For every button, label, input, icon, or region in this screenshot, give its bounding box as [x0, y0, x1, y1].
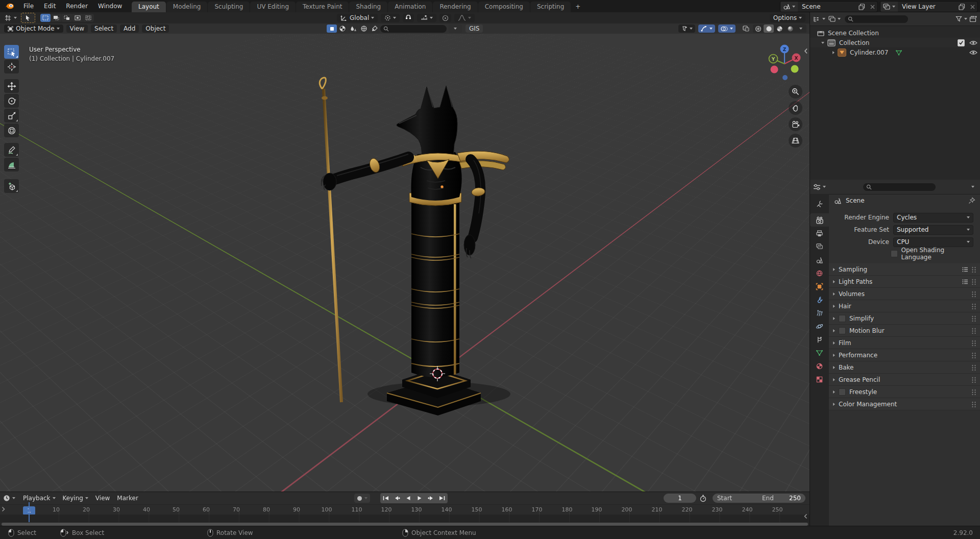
tab-texture[interactable]	[810, 373, 829, 386]
tool-transform[interactable]	[4, 124, 19, 137]
snap-target-dropdown[interactable]	[417, 14, 436, 22]
view-layer-selector[interactable]: View Layer	[880, 1, 978, 12]
drag-handle[interactable]	[971, 290, 976, 297]
pan-hand-icon[interactable]	[789, 101, 802, 115]
tab-object[interactable]	[810, 280, 829, 293]
shading-solid-icon[interactable]	[764, 24, 774, 33]
outliner-row-scene-collection[interactable]: Scene Collection	[810, 28, 980, 38]
tab-tool[interactable]	[810, 197, 829, 210]
drag-handle[interactable]	[971, 266, 976, 273]
brush-icon[interactable]	[370, 24, 380, 33]
tool-cursor[interactable]	[4, 60, 19, 74]
shading-wireframe-icon[interactable]	[753, 24, 763, 33]
tab-output[interactable]	[810, 227, 829, 240]
proportional-falloff-dropdown[interactable]	[454, 14, 475, 22]
drag-handle[interactable]	[971, 376, 976, 383]
orthographic-toggle-icon[interactable]	[789, 134, 802, 148]
view-menu[interactable]: View	[66, 24, 88, 33]
pivot-point-dropdown[interactable]	[381, 14, 400, 22]
drag-handle[interactable]	[971, 315, 976, 322]
tab-animation[interactable]: Animation	[388, 2, 432, 12]
end-frame-field[interactable]: End250	[757, 494, 805, 503]
tab-constraints[interactable]	[810, 333, 829, 346]
collection-expand-icon[interactable]	[821, 42, 824, 44]
new-scene-icon[interactable]	[856, 2, 868, 12]
tab-rendering[interactable]: Rendering	[433, 2, 477, 12]
presets-icon[interactable]	[962, 266, 968, 273]
tab-physics[interactable]	[810, 320, 829, 333]
close-scene-icon[interactable]	[868, 2, 877, 12]
select-mode-subtract-icon[interactable]	[62, 14, 72, 22]
collection-checkbox[interactable]	[958, 39, 965, 46]
tab-uv-editing[interactable]: UV Editing	[250, 2, 296, 12]
play-reverse-button[interactable]	[403, 493, 414, 503]
menu-render[interactable]: Render	[61, 0, 93, 12]
outliner-search-input[interactable]	[845, 15, 908, 23]
object-eye-icon[interactable]	[969, 50, 977, 55]
object-expand-icon[interactable]	[832, 51, 835, 54]
object-menu[interactable]: Object	[142, 24, 169, 33]
keying-menu[interactable]: Keying	[59, 494, 92, 503]
outliner-display-mode-dropdown[interactable]	[813, 16, 825, 22]
panel-motion-blur[interactable]: Motion Blur	[829, 325, 980, 337]
next-keyframe-button[interactable]	[425, 493, 436, 503]
timeline-ruler[interactable]: 10 20 30 40 50 60 70 80 90 100 110 120 1…	[0, 504, 810, 515]
menu-edit[interactable]: Edit	[39, 0, 61, 12]
view-layer-icon[interactable]	[880, 2, 898, 12]
menu-window[interactable]: Window	[93, 0, 127, 12]
collection-eye-icon[interactable]	[969, 40, 977, 45]
properties-options-dropdown[interactable]	[971, 186, 974, 188]
panel-freestyle[interactable]: Freestyle	[829, 386, 980, 398]
drag-handle[interactable]	[971, 364, 976, 371]
zoom-icon[interactable]	[789, 85, 802, 99]
tool-select-box[interactable]	[4, 45, 19, 59]
drag-handle[interactable]	[971, 278, 976, 285]
tab-modeling[interactable]: Modeling	[166, 2, 208, 12]
tab-texture-paint[interactable]: Texture Paint	[296, 2, 349, 12]
tab-world[interactable]	[810, 266, 829, 280]
jump-to-start-button[interactable]	[380, 493, 391, 503]
snap-toggle-icon[interactable]	[403, 14, 414, 22]
properties-search-input[interactable]	[863, 183, 936, 191]
camera-view-icon[interactable]	[789, 117, 802, 131]
select-mode-new-icon[interactable]	[40, 14, 51, 22]
panel-grease-pencil[interactable]: Grease Pencil	[829, 374, 980, 386]
view-layer-name[interactable]: View Layer	[898, 3, 956, 10]
panel-light-paths[interactable]: Light Paths	[829, 276, 980, 288]
globe-icon[interactable]	[359, 24, 369, 33]
tab-view-layer[interactable]	[810, 240, 829, 253]
new-collection-button[interactable]	[969, 15, 977, 22]
pin-icon[interactable]	[968, 197, 975, 204]
panel-film[interactable]: Film	[829, 337, 980, 349]
breadcrumb-label[interactable]: Scene	[846, 197, 865, 204]
simplify-checkbox[interactable]	[839, 315, 846, 322]
panel-simplify[interactable]: Simplify	[829, 312, 980, 325]
drag-handle[interactable]	[971, 388, 976, 395]
gizmo-neg-axis-2[interactable]	[791, 65, 799, 73]
outliner-filter-icon[interactable]	[955, 16, 967, 22]
new-view-layer-icon[interactable]	[956, 2, 968, 12]
prev-keyframe-button[interactable]	[391, 493, 403, 503]
tab-render[interactable]	[810, 213, 829, 227]
navigation-gizmo[interactable]: Z X Y	[766, 43, 803, 82]
tab-material[interactable]	[810, 359, 829, 373]
tool-annotate[interactable]	[4, 143, 19, 157]
tab-scene[interactable]	[810, 253, 829, 266]
blender-logo-icon[interactable]	[5, 3, 14, 10]
add-workspace-button[interactable]: +	[571, 2, 584, 12]
mode-dropdown[interactable]: Object Mode	[4, 24, 63, 33]
timeline-view-menu[interactable]: View	[92, 494, 113, 503]
shading-options-dropdown[interactable]	[796, 24, 806, 33]
search-options-dropdown[interactable]	[449, 24, 462, 33]
viewport-search-input[interactable]	[380, 25, 447, 33]
tab-modifiers[interactable]	[810, 293, 829, 306]
tab-data[interactable]	[810, 346, 829, 359]
panel-hair[interactable]: Hair	[829, 300, 980, 312]
panel-sampling[interactable]: Sampling	[829, 263, 980, 276]
pie-circle-icon[interactable]	[337, 24, 348, 33]
drag-handle[interactable]	[971, 303, 976, 309]
timeline-expand-icon[interactable]	[2, 506, 5, 512]
freestyle-checkbox[interactable]	[839, 388, 846, 396]
scene-icon[interactable]	[780, 2, 798, 12]
presets-icon[interactable]	[962, 279, 968, 285]
